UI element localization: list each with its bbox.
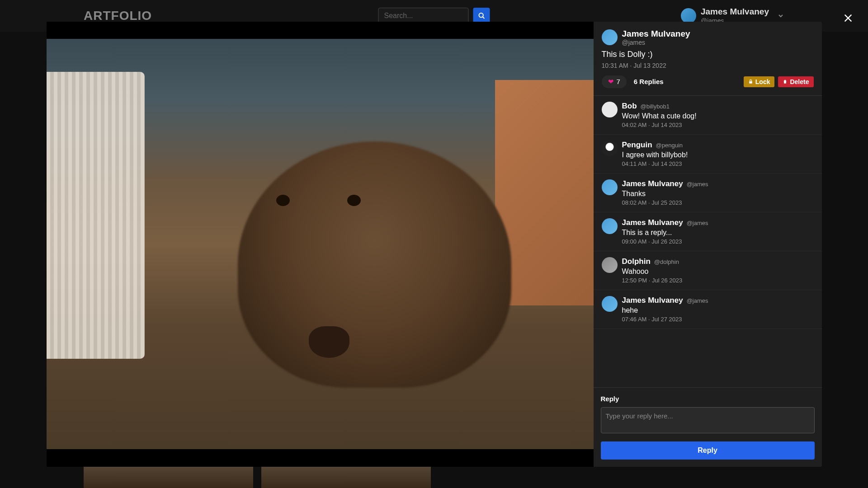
post-header: James Mulvaney @james This is Dolly :) 1… [594,22,822,96]
reply-author-handle[interactable]: @billybob1 [641,103,670,110]
post-modal: James Mulvaney @james This is Dolly :) 1… [47,22,822,467]
reply-text: hehe [622,306,814,314]
reply-timestamp: 12:50 PM · Jul 26 2023 [622,277,814,284]
reply-author-name[interactable]: James Mulvaney [622,296,683,305]
reply-item: James Mulvaney@jamesThis is a reply...09… [594,212,822,251]
reply-text: Thanks [622,190,814,198]
reply-author-name[interactable]: James Mulvaney [622,218,683,227]
reply-header: James Mulvaney@james [622,296,814,305]
lock-icon [748,79,753,84]
reply-avatar[interactable] [602,218,618,234]
reply-item: Penguin@penguinI agree with billybob!04:… [594,135,822,174]
reply-item: Bob@billybob1Wow! What a cute dog!04:02 … [594,96,822,135]
close-icon [843,13,853,23]
replies-count: 6 Replies [634,78,664,85]
reply-body: Penguin@penguinI agree with billybob!04:… [622,141,814,167]
trash-icon [783,79,788,84]
reply-timestamp: 09:00 AM · Jul 26 2023 [622,238,814,245]
reply-composer: Reply Reply [594,387,822,467]
lock-button[interactable]: Lock [744,76,775,87]
reply-author-name[interactable]: Dolphin [622,257,651,266]
author-handle[interactable]: @james [622,39,690,46]
reply-header: Dolphin@dolphin [622,257,814,266]
author-name[interactable]: James Mulvaney [622,29,690,39]
reply-body: James Mulvaney@jamesThanks08:02 AM · Jul… [622,179,814,206]
reply-timestamp: 08:02 AM · Jul 25 2023 [622,199,814,206]
reply-avatar[interactable] [602,141,618,156]
reply-text: I agree with billybob! [622,151,814,159]
reply-timestamp: 04:11 AM · Jul 14 2023 [622,160,814,167]
heart-icon: ❤ [608,78,614,86]
reply-author-handle[interactable]: @james [687,220,708,226]
replies-list: Bob@billybob1Wow! What a cute dog!04:02 … [594,96,822,387]
reply-body: Dolphin@dolphinWahooo12:50 PM · Jul 26 2… [622,257,814,284]
svg-rect-4 [749,81,752,84]
reply-author-name[interactable]: James Mulvaney [622,179,683,188]
delete-button[interactable]: Delete [778,76,813,87]
image-pane [47,22,594,467]
reply-timestamp: 04:02 AM · Jul 14 2023 [622,122,814,128]
reply-header: James Mulvaney@james [622,179,814,188]
reply-header: James Mulvaney@james [622,218,814,227]
reply-item: James Mulvaney@jameshehe07:46 AM · Jul 2… [594,290,822,329]
reply-avatar[interactable] [602,179,618,195]
reply-submit-button[interactable]: Reply [601,441,815,460]
reply-author-name[interactable]: Bob [622,102,637,111]
post-caption: This is Dolly :) [602,50,814,59]
composer-label: Reply [601,395,815,403]
reply-text: Wow! What a cute dog! [622,112,814,120]
reply-timestamp: 07:46 AM · Jul 27 2023 [622,316,814,323]
like-count: 7 [617,78,620,85]
reply-textarea[interactable] [601,407,815,433]
author-avatar[interactable] [602,29,618,45]
reply-body: James Mulvaney@jamesThis is a reply...09… [622,218,814,245]
lock-label: Lock [755,78,770,85]
reply-author-handle[interactable]: @james [687,297,708,304]
reply-text: This is a reply... [622,229,814,237]
reply-item: Dolphin@dolphinWahooo12:50 PM · Jul 26 2… [594,251,822,290]
modal-overlay: James Mulvaney @james This is Dolly :) 1… [0,0,868,488]
action-row: ❤ 7 6 Replies Lock Delete [602,75,814,88]
details-pane: James Mulvaney @james This is Dolly :) 1… [594,22,822,467]
like-button[interactable]: ❤ 7 [602,75,627,88]
reply-header: Bob@billybob1 [622,102,814,111]
author-row: James Mulvaney @james [602,29,814,46]
post-image[interactable] [47,39,594,449]
reply-body: James Mulvaney@jameshehe07:46 AM · Jul 2… [622,296,814,323]
reply-author-handle[interactable]: @james [687,181,708,188]
reply-text: Wahooo [622,267,814,276]
close-button[interactable] [843,11,857,25]
post-timestamp: 10:31 AM · Jul 13 2022 [602,62,814,69]
reply-author-name[interactable]: Penguin [622,141,652,150]
reply-avatar[interactable] [602,102,618,117]
reply-item: James Mulvaney@jamesThanks08:02 AM · Jul… [594,174,822,212]
reply-header: Penguin@penguin [622,141,814,150]
reply-avatar[interactable] [602,296,618,312]
reply-author-handle[interactable]: @dolphin [654,258,679,265]
reply-body: Bob@billybob1Wow! What a cute dog!04:02 … [622,102,814,128]
admin-buttons: Lock Delete [744,76,814,87]
delete-label: Delete [790,78,809,85]
reply-avatar[interactable] [602,257,618,273]
reply-author-handle[interactable]: @penguin [656,142,683,149]
